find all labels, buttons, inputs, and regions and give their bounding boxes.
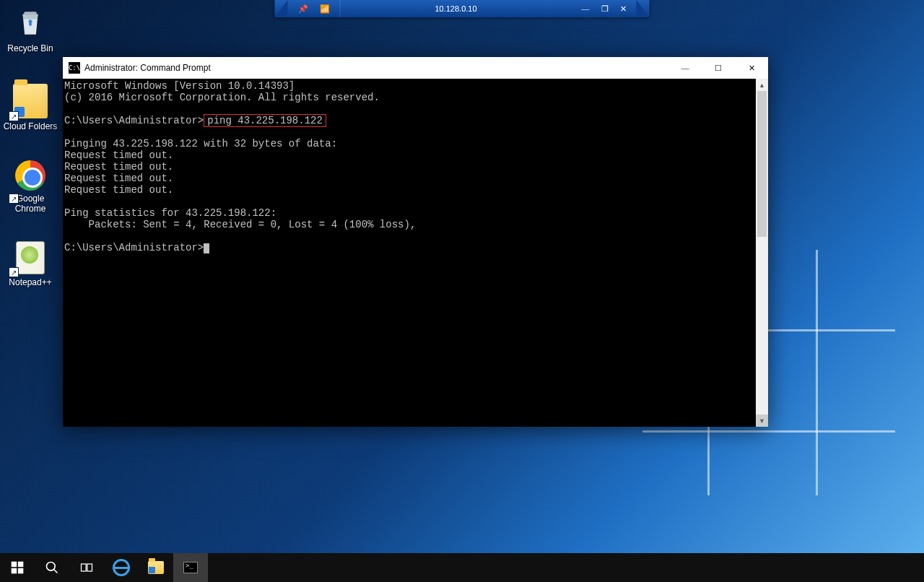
console-line: Microsoft Windows [Version 10.0.14393] [64,80,295,92]
cmd-icon [183,562,198,573]
chrome-icon [15,160,45,191]
svg-rect-7 [82,564,87,571]
session-close-button[interactable]: ✕ [617,4,629,14]
console-line: Request timed out. [64,173,173,184]
notepadpp-icon [16,241,45,274]
svg-rect-1 [12,562,17,568]
session-signal-icon[interactable]: 📶 [317,4,333,14]
svg-rect-8 [87,564,92,571]
svg-rect-4 [18,568,24,574]
remote-session-bar: 📌 📶 10.128.0.10 — ❐ ✕ [275,0,650,17]
start-button[interactable] [0,553,35,582]
console-line: Request timed out. [64,161,173,173]
command-prompt-window: C:\ Administrator: Command Prompt — ☐ ✕ … [63,57,768,427]
console-prompt: C:\Users\Administrator> [64,242,204,253]
window-minimize-button[interactable]: — [668,57,702,79]
svg-line-6 [54,570,58,573]
scrollbar-thumb[interactable] [757,91,767,237]
windows-logo-icon [10,560,25,575]
taskbar-search-button[interactable] [35,553,69,582]
desktop-icon-google-chrome[interactable]: ↗ Google Chrome [3,160,58,214]
console-line: Request timed out. [64,149,173,161]
desktop-icon-cloud-folders[interactable]: ↗ Cloud Folders [3,84,58,131]
svg-rect-2 [18,562,24,568]
taskbar-file-explorer[interactable] [139,553,173,582]
scrollbar-up-arrow-icon[interactable]: ▲ [756,79,768,91]
shortcut-overlay-icon: ↗ [9,194,19,204]
console-output[interactable]: Microsoft Windows [Version 10.0.14393] (… [63,79,756,427]
svg-rect-3 [12,568,17,574]
desktop-icon-label: Notepad++ [3,277,58,287]
taskbar-internet-explorer[interactable] [104,553,139,582]
console-line: Packets: Sent = 4, Received = 0, Lost = … [64,219,416,230]
taskbar [0,553,924,582]
taskbar-command-prompt[interactable] [173,553,208,582]
console-cursor [204,243,209,253]
svg-point-5 [47,563,56,571]
window-maximize-button[interactable]: ☐ [702,57,735,79]
console-prompt: C:\Users\Administrator> [64,115,204,126]
window-title: Administrator: Command Prompt [84,63,668,73]
console-line: (c) 2016 Microsoft Corporation. All righ… [64,92,380,103]
desktop-icon-label: Cloud Folders [3,121,58,131]
console-line: Request timed out. [64,184,173,196]
session-ip-label: 10.128.0.10 [341,0,572,17]
vertical-scrollbar[interactable]: ▲ ▼ [756,79,768,427]
search-icon [45,560,59,575]
task-view-button[interactable] [69,553,104,582]
ie-icon [113,559,130,576]
desktop-icon-notepad-plus-plus[interactable]: ↗ Notepad++ [3,241,58,287]
cmd-titlebar-icon: C:\ [69,62,80,74]
console-line: Pinging 43.225.198.122 with 32 bytes of … [64,138,337,149]
session-restore-button[interactable]: ❐ [598,4,611,14]
task-view-icon [79,560,94,575]
desktop-icon-label: Recycle Bin [3,43,58,53]
window-close-button[interactable]: ✕ [735,57,768,79]
session-minimize-button[interactable]: — [579,4,593,13]
desktop-icon-recycle-bin[interactable]: Recycle Bin [3,6,58,53]
shortcut-overlay-icon: ↗ [9,111,19,121]
console-line: Ping statistics for 43.225.198.122: [64,207,276,219]
window-titlebar[interactable]: C:\ Administrator: Command Prompt — ☐ ✕ [63,57,768,79]
recycle-bin-icon [13,6,48,40]
highlighted-command: ping 43.225.198.122 [204,114,326,127]
shortcut-overlay-icon: ↗ [9,267,19,277]
scrollbar-down-arrow-icon[interactable]: ▼ [756,414,768,427]
session-pin-icon[interactable]: 📌 [295,4,311,14]
svg-rect-0 [24,12,37,14]
scrollbar-track[interactable] [756,91,768,414]
file-explorer-icon [148,561,164,574]
